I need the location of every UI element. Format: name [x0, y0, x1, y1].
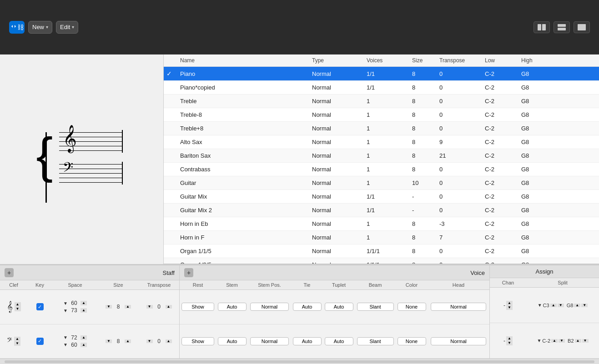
- clef-down-btn[interactable]: ▼: [15, 307, 21, 311]
- treble-transpose-down[interactable]: ▼: [146, 305, 153, 309]
- table-cell: 0: [437, 124, 482, 133]
- bass-size-down[interactable]: ▼: [106, 339, 112, 343]
- table-cell: G8: [518, 178, 555, 188]
- assign-row-2: - ▲ ▼ ▼ C-2 ▲ ▼ B2: [490, 323, 599, 359]
- table-row[interactable]: GuitarNormal1100C-2G8: [164, 176, 599, 190]
- bass-size-up[interactable]: ▲: [125, 339, 131, 343]
- treble-transpose-up[interactable]: ▲: [166, 305, 172, 309]
- v1-rest-select[interactable]: Show Hide: [181, 303, 214, 311]
- a2-chan-up[interactable]: ▲: [506, 336, 513, 341]
- v2-rest-cell: Show Hide: [180, 337, 216, 345]
- v1-color-cell: None: [396, 303, 428, 311]
- v2-beam-select[interactable]: Slant Flat: [357, 337, 394, 345]
- section-staff: + Staff Clef Key Space Size Transpose 𝄞: [0, 265, 180, 359]
- clef-up-btn[interactable]: ▲: [15, 302, 21, 307]
- score-notation: { 𝄞: [36, 125, 127, 194]
- v1-tuplet-select[interactable]: Auto Up Down: [325, 303, 353, 311]
- v1-tie-select[interactable]: Auto Up Down: [293, 303, 322, 311]
- table-row[interactable]: Organ 1/1/5Normal1/1/180C-2G8: [164, 244, 599, 258]
- a2-chan-val: -: [503, 338, 505, 344]
- table-row[interactable]: ContrabassNormal180C-2G8: [164, 163, 599, 176]
- bass-clef-up-btn[interactable]: ▲: [14, 337, 20, 341]
- table-row[interactable]: Horn in FNormal187C-2G8: [164, 231, 599, 244]
- v2-tuplet-select[interactable]: Auto Up Down: [325, 337, 353, 345]
- v2-stem-select[interactable]: Auto Up Down: [218, 337, 247, 345]
- a1-split-high-val: G8: [567, 303, 574, 308]
- bass-transpose-up[interactable]: ▲: [166, 339, 172, 343]
- bass-space-top-up[interactable]: ▲: [81, 335, 87, 340]
- v2-head-select[interactable]: Normal: [431, 337, 486, 345]
- table-row[interactable]: Alto SaxNormal189C-2G8: [164, 135, 599, 149]
- a1-split-low-up[interactable]: ▲: [550, 304, 557, 307]
- table-cell: ✓: [164, 69, 177, 79]
- col-transpose: Transpose: [437, 57, 482, 64]
- bass-key-checkbox[interactable]: [36, 338, 44, 345]
- space-top-up-btn[interactable]: ▲: [81, 301, 87, 305]
- horizontal-scrollbar[interactable]: [5, 360, 594, 363]
- v2-head-cell: Normal: [428, 337, 489, 345]
- table-cell: Treble+8: [177, 124, 309, 133]
- table-rows: ✓PianoNormal1/180C-2G8Piano*copiedNormal…: [164, 67, 599, 264]
- table-cell: 1/1/1: [364, 260, 409, 264]
- v1-beam-select[interactable]: Slant Flat: [357, 303, 394, 311]
- bass-size-spinner: ▼ 8 ▲: [106, 338, 131, 344]
- space-top-down-arrow: ▼: [63, 301, 68, 306]
- table-cell: Contrabass: [177, 165, 309, 174]
- a1-chan-down[interactable]: ▼: [506, 305, 513, 310]
- v2-stempos-select[interactable]: Normal Centered: [250, 337, 289, 345]
- voice-add-button[interactable]: +: [184, 268, 193, 277]
- v2-tie-select[interactable]: Auto Up Down: [293, 337, 322, 345]
- v1-head-select[interactable]: Normal: [431, 303, 486, 311]
- table-cell: 8: [409, 96, 437, 106]
- table-cell: 8: [409, 246, 437, 256]
- table-cell: G8: [518, 69, 555, 79]
- treble-size-up[interactable]: ▲: [125, 305, 131, 309]
- treble-clef-symbol: 𝄞: [7, 301, 13, 313]
- v2-color-select[interactable]: None: [398, 337, 426, 345]
- treble-key-checkbox[interactable]: [36, 303, 44, 310]
- table-row[interactable]: Horn in EbNormal18-3C-2G8: [164, 217, 599, 231]
- staff-add-button[interactable]: +: [5, 268, 14, 277]
- table-row[interactable]: Treble+8Normal180C-2G8: [164, 122, 599, 135]
- view-button-2[interactable]: [554, 21, 570, 33]
- a1-chan-up[interactable]: ▲: [506, 301, 513, 305]
- table-row[interactable]: Bariton SaxNormal1821C-2G8: [164, 149, 599, 163]
- treble-size-down[interactable]: ▼: [106, 305, 112, 309]
- table-row[interactable]: Treble-8Normal180C-2G8: [164, 108, 599, 122]
- table-row[interactable]: Piano*copiedNormal1/180C-2G8: [164, 81, 599, 95]
- table-row[interactable]: ✓PianoNormal1/180C-2G8: [164, 67, 599, 81]
- score-preview: { 𝄞: [0, 55, 164, 264]
- link-button[interactable]: ⛓: [9, 21, 25, 34]
- a2-chan-down[interactable]: ▼: [506, 341, 513, 345]
- bass-clef-down-btn[interactable]: ▼: [14, 341, 20, 346]
- a2-split-high-up[interactable]: ▲: [575, 339, 581, 343]
- a1-split-low-down[interactable]: ▼: [558, 304, 564, 307]
- view-button-3[interactable]: [574, 21, 590, 33]
- table-cell: 0: [437, 165, 482, 174]
- space-bottom-up-btn[interactable]: ▲: [81, 308, 87, 313]
- table-row[interactable]: Guitar MixNormal1/1-0C-2G8: [164, 190, 599, 204]
- assign-section-title: Assign: [535, 268, 553, 275]
- table-row[interactable]: Organ 1/3/5Normal1/1/180C-2G8: [164, 258, 599, 264]
- v1-color-select[interactable]: None: [398, 303, 426, 311]
- table-cell: C-2: [482, 165, 518, 174]
- a2-split-high-down[interactable]: ▼: [582, 339, 589, 343]
- edit-button[interactable]: Edit ▾: [56, 21, 78, 34]
- bass-transpose-down[interactable]: ▼: [146, 339, 153, 343]
- table-row[interactable]: Guitar Mix 2Normal1/1-0C-2G8: [164, 204, 599, 217]
- a1-split-high-up[interactable]: ▲: [574, 304, 580, 307]
- table-cell: C-2: [482, 246, 518, 256]
- bottom-scrollbar[interactable]: [0, 359, 599, 364]
- bass-space-bottom-up[interactable]: ▲: [81, 343, 87, 347]
- view-button-1[interactable]: [534, 21, 550, 33]
- a2-split-low-up[interactable]: ▲: [551, 339, 558, 343]
- a2-split-low-down[interactable]: ▼: [559, 339, 565, 343]
- a1-split-high-down[interactable]: ▼: [581, 304, 588, 307]
- new-button[interactable]: New ▾: [28, 21, 52, 34]
- table-row[interactable]: TrebleNormal180C-2G8: [164, 95, 599, 108]
- v1-stempos-select[interactable]: Normal Centered: [250, 303, 289, 311]
- voice-section-title: Voice: [470, 269, 485, 276]
- table-cell: Normal: [309, 151, 364, 160]
- v2-rest-select[interactable]: Show Hide: [181, 337, 214, 345]
- v1-stem-select[interactable]: Auto Up Down: [218, 303, 247, 311]
